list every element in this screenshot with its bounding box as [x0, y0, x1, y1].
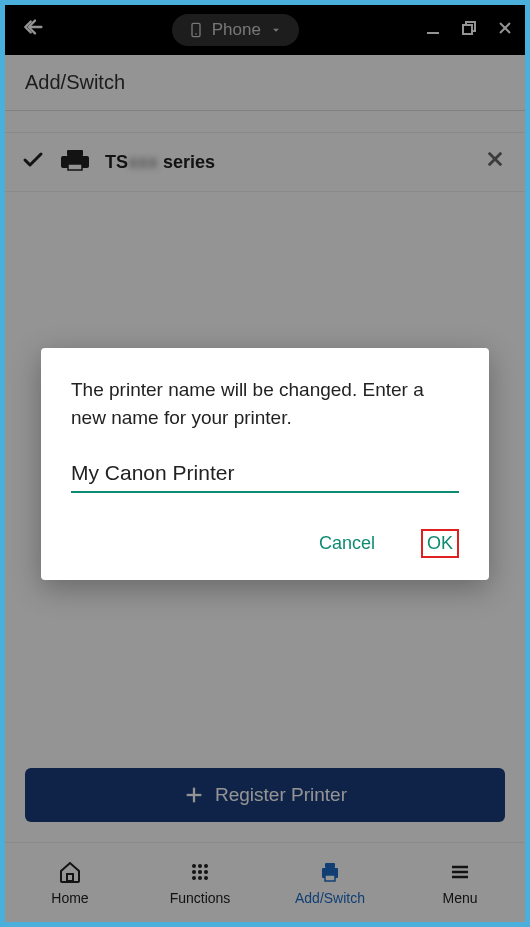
ok-button[interactable]: OK [421, 529, 459, 558]
printer-name-input[interactable] [71, 457, 459, 493]
cancel-button[interactable]: Cancel [317, 529, 377, 558]
dialog-message: The printer name will be changed. Enter … [71, 376, 459, 433]
dialog-overlay: The printer name will be changed. Enter … [5, 5, 525, 922]
rename-printer-dialog: The printer name will be changed. Enter … [41, 348, 489, 580]
